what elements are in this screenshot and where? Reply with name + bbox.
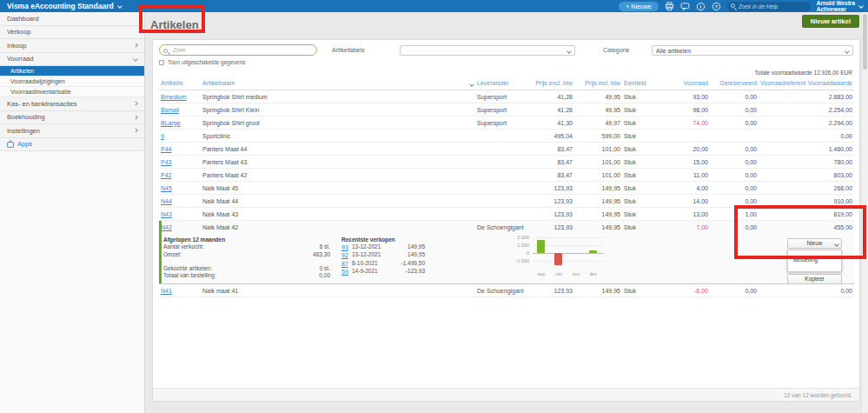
cell-leverancier — [475, 130, 529, 143]
cell-prijs-excl: 83,47 — [529, 156, 574, 169]
app-brand[interactable]: Visma eAccounting Standaard — [0, 2, 145, 10]
header-prijs-excl[interactable]: Prijs excl. btw — [529, 77, 574, 90]
sidebar-item[interactable]: Voorraadwijzigingen — [0, 77, 144, 87]
cell-artikelnaam: Naik Maat 45 — [201, 182, 475, 195]
sidebar-item[interactable]: Artikelen — [0, 66, 144, 77]
chevron-icon — [133, 57, 138, 62]
chart-y-axis: 2 0001 0000-1 000 — [514, 237, 531, 269]
header-eenheid[interactable]: Eenheid — [622, 77, 662, 90]
new-global-button[interactable]: + Nieuwe — [619, 2, 658, 11]
table-row[interactable]: 9 Sportclinic 495,04 599,00 Stuk 0,00 — [159, 130, 854, 143]
cell-voorraadreferentie — [759, 90, 805, 103]
results-count: 12 van 12 worden getoond. — [153, 388, 859, 401]
sidebar-item-label: Voorraad — [7, 52, 134, 66]
stat-line: Aantal verkocht: 6 st. — [163, 243, 330, 251]
artikelnr-link[interactable]: N42 — [161, 224, 172, 230]
table-row[interactable]: P43 Panters Maat 43 83,47 101,00 Stuk 15… — [159, 156, 854, 169]
sidebar-item-label: Instellingen — [7, 124, 134, 138]
cell-voorraad: 15,00 — [662, 156, 710, 169]
chevron-icon — [133, 101, 138, 106]
user-menu[interactable]: Arnold Westra Activewear — [817, 0, 863, 12]
artikelnr-link[interactable]: N41 — [161, 288, 172, 294]
scrollbar-thumb[interactable] — [863, 14, 867, 70]
sidebar-item[interactable]: Apps — [0, 138, 144, 152]
sale-invoice-link[interactable]: 92 — [341, 251, 352, 259]
table-row[interactable]: N43 Naik Maat 43 123,93 149,95 Stuk 13,0… — [159, 208, 854, 221]
nieuw-dropdown-button[interactable]: Nieuw — [787, 238, 842, 249]
table-row[interactable]: BLarge Springbok Shirt groot Supersport … — [159, 117, 854, 130]
artikelnr-link[interactable]: BLarge — [161, 120, 181, 126]
header-prijs-incl[interactable]: Prijs incl. btw — [574, 77, 622, 90]
sidebar-item[interactable]: Voorraadinventarisatie — [0, 87, 144, 97]
artikelnr-link[interactable]: N44 — [161, 198, 172, 204]
article-search-input[interactable] — [173, 45, 312, 55]
artikelnr-link[interactable]: N45 — [161, 185, 172, 191]
artikelnr-link[interactable]: Bsmall — [161, 107, 179, 113]
show-disabled-checkbox[interactable] — [159, 60, 164, 65]
sidebar-item[interactable]: Kas- en banktransacties — [0, 97, 144, 111]
category-filter-select[interactable]: Alle artikelen — [652, 45, 853, 56]
table-row[interactable]: Bmedium Springbok Shirt medium Superspor… — [159, 90, 854, 103]
info-icon[interactable] — [696, 2, 706, 11]
table-row[interactable]: P42 Panters Maat 42 83,47 101,00 Stuk 11… — [159, 169, 854, 182]
sidebar-item[interactable]: Inkoop — [0, 39, 144, 53]
help-search[interactable] — [727, 2, 811, 11]
cell-voorraadreferentie — [759, 195, 805, 208]
chevron-down-icon — [117, 3, 123, 9]
cell-voorraad: 7,00 — [662, 221, 710, 234]
labels-filter-select[interactable] — [400, 45, 575, 56]
kopieer-button[interactable]: Kopieer — [787, 274, 842, 284]
help-search-input[interactable] — [739, 2, 808, 11]
vertical-scrollbar[interactable] — [861, 12, 868, 413]
table-row[interactable]: N45 Naik Maat 45 123,93 149,95 Stuk 4,00… — [159, 182, 854, 195]
cell-leverancier: De Schoengigant — [475, 221, 529, 234]
cell-eenheid: Stuk — [622, 284, 662, 297]
artikelnr-link[interactable]: Bmedium — [161, 94, 187, 100]
new-article-button[interactable]: Nieuw artikel — [802, 15, 859, 28]
chat-icon[interactable] — [680, 2, 690, 11]
artikelnr-link[interactable]: P42 — [161, 172, 171, 178]
cell-artikelnaam: Springbok Shirt groot — [201, 117, 475, 130]
cell-voorraadreferentie — [759, 156, 805, 169]
period-stats-title: Afgelopen 12 maanden — [163, 236, 330, 243]
cell-voorraadreferentie — [759, 208, 805, 221]
artikelnr-link[interactable]: P43 — [161, 159, 171, 165]
table-row[interactable]: N44 Naik Maat 44 123,93 149,95 Stuk 14,0… — [159, 195, 854, 208]
sidebar-item[interactable]: Boekhouding — [0, 111, 144, 125]
artikelnr-link[interactable]: 9 — [161, 133, 164, 139]
sidebar-item[interactable]: Instellingen — [0, 124, 144, 138]
chevron-icon — [133, 128, 138, 133]
mini-chart-plot — [533, 237, 604, 269]
article-search[interactable] — [159, 44, 317, 56]
sidebar-item[interactable]: Dashboard — [0, 12, 144, 26]
chevron-down-icon — [567, 49, 572, 54]
stat-line: Omzet: 483,30 — [163, 251, 330, 259]
sale-invoice-link[interactable]: 93 — [341, 243, 352, 251]
help-icon[interactable]: ? — [712, 2, 721, 11]
user-company: Activewear — [817, 6, 846, 12]
header-leverancier[interactable]: Leverancier — [475, 77, 529, 90]
printer-icon[interactable] — [665, 2, 674, 11]
selected-table-row[interactable]: N42 Naik Maat 42 De Schoengigant 123,93 … — [159, 221, 854, 234]
sale-line: 93 13-12-2021 149,95 — [341, 243, 425, 251]
filter-toolbar: Artikellabels Categorie Alle artikelen — [153, 40, 859, 56]
header-gereserveerd[interactable]: Gereserveerd — [710, 77, 759, 90]
cell-eenheid: Stuk — [622, 169, 662, 182]
header-artikelnr[interactable]: Artikelnr. — [159, 77, 201, 90]
artikelnr-link[interactable]: P44 — [161, 146, 171, 152]
table-row[interactable]: P44 Panters Maat 44 83,47 101,00 Stuk 20… — [159, 143, 854, 156]
table-row[interactable]: Bsmall Springbok Shirt Klein Supersport … — [159, 103, 854, 117]
artikelnr-link[interactable]: N43 — [161, 211, 172, 217]
table-row[interactable]: N41 Naik maat 41 De Schoengigant 123,93 … — [159, 284, 854, 297]
sale-invoice-link[interactable]: 59 — [341, 268, 352, 276]
sidebar-item[interactable]: Verkoop — [0, 26, 144, 40]
header-voorraadwaarde[interactable]: Voorraadwaarde — [805, 77, 854, 90]
header-voorraadreferentie[interactable]: Voorraadreferentie — [759, 77, 805, 90]
header-artikelnaam[interactable]: Artikelnaam — [201, 77, 475, 90]
cell-voorraadwaarde: 910,00 — [805, 195, 854, 208]
header-voorraad[interactable]: Voorraad — [662, 77, 710, 90]
sidebar-item[interactable]: Voorraad — [0, 53, 144, 67]
menu-item-bestelling[interactable]: Bestelling — [788, 255, 841, 264]
page-title: Artikelen — [150, 18, 199, 31]
sale-invoice-link[interactable]: 87 — [341, 260, 352, 268]
